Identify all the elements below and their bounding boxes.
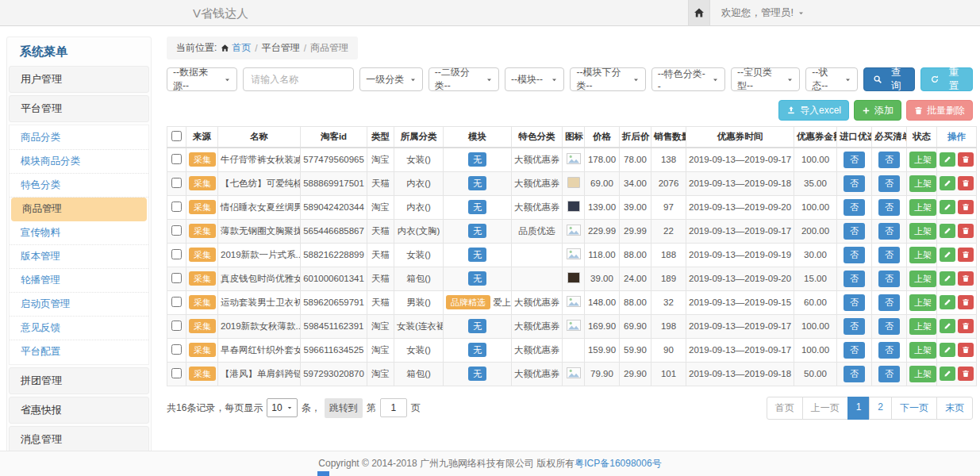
must-buy-toggle[interactable]: 否 [878, 342, 900, 359]
row-checkbox[interactable] [171, 368, 182, 378]
page-size-select[interactable]: 10 [267, 398, 297, 417]
page-button[interactable]: 上一页 [802, 397, 848, 420]
must-buy-toggle[interactable]: 否 [878, 223, 900, 240]
user-menu[interactable]: 欢迎您，管理员! [721, 6, 805, 20]
must-buy-toggle[interactable]: 否 [878, 199, 900, 216]
edit-button[interactable] [940, 248, 955, 262]
sidebar-subitem[interactable]: 启动页管理 [10, 293, 148, 317]
status-button[interactable]: 上架 [909, 247, 936, 263]
row-checkbox[interactable] [171, 344, 182, 355]
edit-button[interactable] [940, 319, 955, 333]
sidebar-subitem[interactable]: 商品管理 [11, 198, 147, 221]
sidebar-subitem[interactable]: 模块商品分类 [10, 150, 148, 174]
name-search-input[interactable] [243, 67, 354, 91]
import-select-toggle[interactable]: 否 [844, 247, 865, 263]
edit-button[interactable] [940, 295, 955, 309]
must-buy-toggle[interactable]: 否 [878, 318, 900, 335]
import-select-toggle[interactable]: 否 [844, 366, 865, 382]
filter-select[interactable]: 一级分类 [359, 67, 422, 91]
delete-button[interactable] [958, 176, 974, 190]
row-checkbox[interactable] [171, 321, 182, 331]
row-checkbox[interactable] [171, 178, 182, 188]
row-checkbox[interactable] [171, 249, 182, 259]
row-checkbox[interactable] [171, 202, 182, 212]
import-select-toggle[interactable]: 否 [844, 342, 865, 359]
row-checkbox[interactable] [171, 154, 182, 164]
sidebar-group[interactable]: 省惠快报 [9, 397, 149, 424]
status-button[interactable]: 上架 [909, 318, 936, 335]
select-all-checkbox[interactable] [171, 131, 182, 141]
delete-button[interactable] [958, 271, 974, 286]
delete-button[interactable] [958, 200, 974, 214]
edit-button[interactable] [940, 176, 955, 190]
delete-button[interactable] [958, 367, 974, 381]
filter-select[interactable]: --特色分类-- [651, 67, 725, 91]
search-button[interactable]: 查询 [863, 67, 916, 91]
sidebar-group[interactable]: 拼团管理 [9, 367, 149, 394]
status-button[interactable]: 上架 [909, 199, 936, 216]
add-button[interactable]: 添加 [854, 100, 901, 121]
must-buy-toggle[interactable]: 否 [878, 247, 900, 263]
reset-button[interactable]: 重置 [920, 67, 973, 91]
jump-button[interactable]: 跳转到 [325, 398, 363, 418]
breadcrumb-item[interactable]: 平台管理 [262, 41, 300, 55]
home-button[interactable] [688, 0, 710, 25]
sidebar-subitem[interactable]: 平台配置 [10, 340, 148, 363]
delete-button[interactable] [958, 224, 974, 238]
filter-select[interactable]: --宝贝类型-- [731, 67, 800, 91]
filter-select[interactable]: --二级分类-- [429, 67, 499, 91]
icp-link[interactable]: 粤ICP备16098006号 [575, 457, 661, 470]
sidebar-subitem[interactable]: 意见反馈 [10, 317, 148, 340]
sidebar-subitem[interactable]: 特色分类 [10, 174, 148, 198]
filter-select[interactable]: --状态-- [805, 67, 858, 91]
delete-button[interactable] [958, 248, 974, 262]
status-button[interactable]: 上架 [909, 223, 936, 240]
breadcrumb-home-link[interactable]: 首页 [221, 41, 251, 55]
page-button[interactable]: 末页 [936, 397, 973, 420]
page-button[interactable]: 下一页 [891, 397, 937, 420]
status-button[interactable]: 上架 [909, 366, 936, 382]
sidebar-subitem[interactable]: 轮播管理 [10, 269, 148, 293]
row-checkbox[interactable] [171, 297, 182, 307]
page-button[interactable]: 首页 [767, 397, 803, 420]
must-buy-toggle[interactable]: 否 [878, 271, 900, 287]
status-button[interactable]: 上架 [909, 152, 936, 168]
import-select-toggle[interactable]: 否 [844, 152, 865, 168]
import-select-toggle[interactable]: 否 [844, 199, 865, 216]
sidebar-subitem[interactable]: 商品分类 [10, 126, 148, 150]
status-button[interactable]: 上架 [909, 271, 936, 287]
edit-button[interactable] [940, 152, 955, 167]
sidebar-subitem[interactable]: 版本管理 [10, 245, 148, 269]
row-checkbox[interactable] [171, 273, 182, 283]
page-button[interactable]: 2 [869, 397, 892, 420]
edit-button[interactable] [940, 224, 955, 238]
filter-select[interactable]: --数据来源-- [167, 67, 237, 91]
status-button[interactable]: 上架 [909, 294, 936, 311]
sidebar-subitem[interactable]: 宣传物料 [10, 221, 148, 245]
edit-button[interactable] [940, 367, 955, 381]
batch-delete-button[interactable]: 批量删除 [906, 100, 973, 121]
delete-button[interactable] [958, 319, 974, 333]
page-button-current[interactable]: 1 [847, 397, 870, 420]
sidebar-group[interactable]: 平台管理 [9, 95, 149, 122]
edit-button[interactable] [940, 200, 955, 214]
edit-button[interactable] [940, 343, 955, 357]
delete-button[interactable] [958, 152, 974, 167]
import-select-toggle[interactable]: 否 [844, 175, 865, 192]
sidebar-group[interactable]: 消息管理 [9, 426, 149, 453]
jump-page-input[interactable] [380, 398, 407, 417]
must-buy-toggle[interactable]: 否 [878, 175, 900, 192]
must-buy-toggle[interactable]: 否 [878, 294, 900, 311]
must-buy-toggle[interactable]: 否 [878, 366, 900, 382]
sidebar-group[interactable]: 用户管理 [9, 66, 149, 93]
delete-button[interactable] [958, 343, 974, 357]
status-button[interactable]: 上架 [909, 175, 936, 192]
row-checkbox[interactable] [171, 225, 182, 236]
import-select-toggle[interactable]: 否 [844, 223, 865, 240]
import-select-toggle[interactable]: 否 [844, 294, 865, 311]
edit-button[interactable] [940, 271, 955, 286]
filter-select[interactable]: --模块-- [505, 67, 564, 91]
status-button[interactable]: 上架 [909, 342, 936, 359]
import-select-toggle[interactable]: 否 [844, 271, 865, 287]
import-excel-button[interactable]: 导入excel [778, 100, 849, 121]
